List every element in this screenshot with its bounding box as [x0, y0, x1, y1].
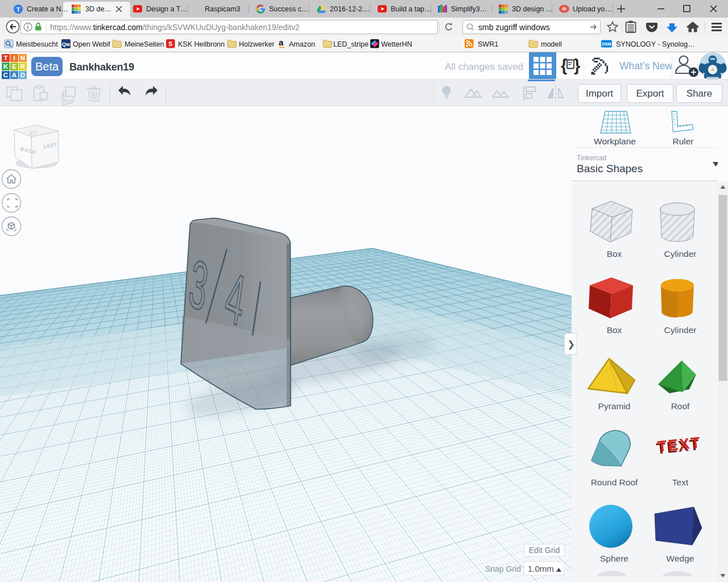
svg-text:SWR1: SWR1	[478, 40, 498, 48]
svg-text:A: A	[12, 72, 16, 78]
svg-text:smb zugriff windows: smb zugriff windows	[478, 23, 550, 32]
svg-text:KSK Heilbronn: KSK Heilbronn	[178, 40, 225, 48]
svg-text:Beta: Beta	[35, 60, 59, 73]
svg-text:D: D	[20, 72, 25, 78]
svg-text:Qw: Qw	[62, 41, 71, 47]
svg-text:https://www.tinkercad.com/thin: https://www.tinkercad.com/things/kSVWKUu…	[50, 23, 300, 32]
svg-text:SYNOLOGY - Synolog…: SYNOLOGY - Synolog…	[616, 40, 695, 48]
svg-text:All changes saved: All changes saved	[445, 61, 523, 72]
svg-text:{: {	[561, 56, 567, 74]
svg-text:Amazon: Amazon	[289, 40, 315, 48]
svg-text:}: }	[574, 56, 580, 74]
svg-text:Raspicam3: Raspicam3	[205, 5, 241, 13]
svg-text:❯: ❯	[568, 339, 575, 350]
svg-text:Holzwerker: Holzwerker	[239, 40, 275, 48]
svg-text:Upload yo…: Upload yo…	[573, 5, 612, 13]
svg-text:Build a tap…: Build a tap…	[391, 5, 432, 13]
svg-text:3D design …: 3D design …	[512, 5, 553, 13]
svg-text:I: I	[13, 55, 15, 61]
svg-text:Snap Grid: Snap Grid	[485, 564, 521, 573]
svg-text:a: a	[279, 38, 284, 47]
svg-text:1.0mm: 1.0mm	[528, 564, 554, 573]
svg-text:Success c…: Success c…	[269, 5, 308, 13]
svg-text:Meistbesucht: Meistbesucht	[16, 40, 58, 48]
svg-text:2016-12-2…: 2016-12-2…	[330, 5, 370, 13]
svg-text:Create a N…: Create a N…	[27, 5, 68, 13]
svg-text:Design a T…: Design a T…	[146, 5, 188, 13]
svg-text:S: S	[168, 40, 172, 47]
svg-text:Open Webif: Open Webif	[73, 40, 110, 48]
svg-text:E: E	[12, 63, 16, 70]
svg-text:C: C	[3, 72, 8, 78]
svg-text:3D de…: 3D de…	[85, 5, 111, 13]
svg-text:MeineSeiten: MeineSeiten	[125, 40, 164, 48]
svg-text:What’s New: What’s New	[619, 60, 672, 72]
svg-text:K: K	[3, 63, 9, 70]
svg-text:DSM: DSM	[602, 41, 611, 47]
svg-text:WetterHN: WetterHN	[381, 40, 412, 48]
svg-text:T: T	[16, 6, 20, 13]
svg-text:LED_stripe: LED_stripe	[333, 40, 369, 48]
svg-text:Simplify3…: Simplify3…	[451, 5, 487, 13]
svg-text:N: N	[20, 55, 25, 61]
svg-text:modell: modell	[541, 40, 562, 48]
svg-text:T: T	[3, 55, 7, 61]
svg-text:Edit Grid: Edit Grid	[529, 546, 560, 555]
svg-text:R: R	[20, 63, 26, 70]
svg-text:Bankhaken19: Bankhaken19	[69, 61, 134, 73]
